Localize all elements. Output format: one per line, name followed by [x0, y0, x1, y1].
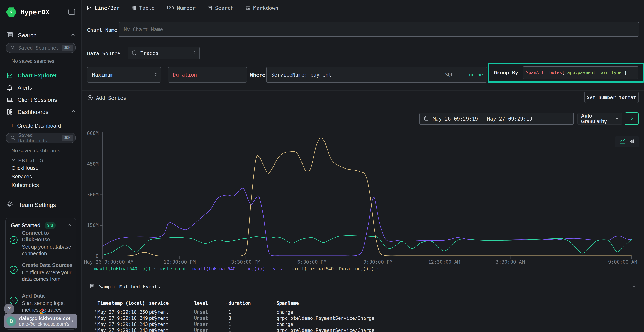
query-language-toggle[interactable]: SQL | Lucene: [445, 72, 483, 78]
chevron-right-icon: [70, 318, 75, 324]
sidebar-collapse-button[interactable]: [68, 8, 76, 17]
y-tick-label: 150M: [87, 222, 98, 228]
get-started-item[interactable]: Create Data SourcesConfigure where your …: [10, 262, 73, 282]
group-by-input[interactable]: SpanAttributes['app.payment.card_type']: [523, 66, 638, 79]
column-drag-handle[interactable]: ⋮: [144, 300, 149, 306]
get-started-item[interactable]: Connect to ClickHouseSet up your databas…: [10, 230, 73, 257]
sidebar-item-search[interactable]: Search: [6, 30, 76, 41]
x-tick-label: 9:00:00 AM: [608, 259, 637, 265]
sql-toggle[interactable]: SQL: [445, 72, 454, 78]
legend-label[interactable]: maxIf(toFloat64O..Duration))))): [291, 266, 374, 271]
tab-markdown[interactable]: Markdown: [245, 5, 278, 11]
legend-label[interactable]: visa: [273, 266, 284, 271]
column-header-level[interactable]: level: [194, 300, 208, 306]
saved-dashboards-input[interactable]: Saved Dashboards ⌘K: [6, 133, 76, 143]
legend-label[interactable]: maxIf(toFloat64O..))): [94, 266, 151, 271]
legend-label[interactable]: mastercard: [158, 266, 186, 271]
check-icon: [11, 238, 16, 242]
x-tick-label: 6:30:00 PM: [297, 259, 326, 265]
chevron-right-icon: [93, 309, 97, 313]
app-root: HyperDX Search Saved Searches ⌘K No save…: [0, 0, 644, 332]
table-row[interactable]: May 27 9:29:18.249 AMpaymentUnset3grpc.o…: [82, 315, 644, 321]
collapse-panel-chevron[interactable]: [631, 284, 637, 290]
select-chevrons-icon: [192, 50, 197, 56]
table-row[interactable]: May 27 9:29:18.243 AMpaymentUnset1charge: [82, 321, 644, 327]
column-header-timestamp-local-[interactable]: Timestamp (Local): [98, 300, 145, 306]
tab-number[interactable]: 123Number: [166, 5, 196, 11]
brand-title: HyperDX: [20, 8, 50, 16]
table-row[interactable]: May 27 9:29:18.243 AMpaymentUnset1grpc.o…: [82, 327, 644, 332]
preset-clickhouse[interactable]: ClickHouse: [12, 165, 39, 171]
run-query-button[interactable]: [625, 112, 639, 125]
preset-kubernetes[interactable]: Kubernetes: [12, 182, 39, 188]
saved-searches-placeholder: Saved Searches: [18, 45, 59, 50]
bolt-icon: [8, 10, 14, 15]
help-button[interactable]: ?: [4, 304, 14, 314]
column-header-duration[interactable]: duration: [228, 300, 251, 306]
column-drag-handle[interactable]: ⋮: [190, 300, 194, 306]
timeseries-chart[interactable]: 0150M300M450M600MMay 26 9:00:00 AM12:30:…: [82, 125, 644, 266]
database-icon: [132, 50, 137, 56]
search-section-label: Search: [18, 32, 37, 39]
chevron-down-icon: [11, 158, 16, 162]
search-icon: [10, 45, 16, 50]
check-circle-icon: [10, 266, 18, 274]
legend-separator: ·: [268, 266, 270, 271]
series-line: [102, 188, 632, 256]
collapse-panel-icon[interactable]: [68, 8, 76, 16]
presets-toggle[interactable]: PRESETS: [11, 157, 44, 164]
chart-name-label: Chart Name: [87, 27, 117, 33]
add-series-button[interactable]: Add Series: [87, 94, 126, 102]
table-row[interactable]: May 27 9:29:18.250 AMpaymentUnset1charge: [82, 309, 644, 315]
sidebar-item-dashboards[interactable]: Dashboards: [0, 106, 82, 117]
field-select[interactable]: Duration: [168, 67, 247, 83]
sidebar-item-client-sessions[interactable]: Client Sessions: [0, 94, 82, 105]
chevron-up-icon[interactable]: [70, 32, 76, 38]
avatar: D: [6, 316, 16, 326]
sidebar-item-chart-explorer[interactable]: Chart Explorer: [0, 70, 82, 81]
user-menu[interactable]: D dale@clickhouse.com dale@clickhouse.co…: [4, 314, 77, 328]
lucene-toggle[interactable]: Lucene: [466, 72, 483, 78]
y-tick-label: 450M: [87, 161, 98, 167]
column-drag-handle[interactable]: ⋮: [224, 300, 228, 306]
chevron-down-icon: [11, 158, 16, 163]
tab-search[interactable]: Search: [207, 5, 234, 11]
sidebar: HyperDX Search Saved Searches ⌘K No save…: [0, 0, 82, 332]
legend-label[interactable]: maxIf(toFloat64O..tion))))): [192, 266, 265, 271]
expand-row-icon[interactable]: [93, 321, 97, 326]
set-number-format-button[interactable]: Set number format: [584, 92, 639, 103]
sample-events-header[interactable]: Sample Matched Events: [90, 283, 160, 290]
expand-row-icon[interactable]: [93, 315, 97, 320]
main-content: Line/BarTable123NumberSearchMarkdown Cha…: [82, 0, 644, 332]
y-tick-label: 0: [96, 253, 98, 259]
data-source-label: Data Source: [87, 50, 120, 56]
group-by-label: Group By: [494, 70, 518, 76]
aggregation-select[interactable]: Maximum: [87, 67, 161, 83]
expand-row-icon[interactable]: [93, 309, 97, 314]
chevron-up-icon[interactable]: [70, 32, 76, 39]
tab-line-bar[interactable]: Line/Bar: [86, 5, 120, 11]
get-started-progress-badge: 3/3: [44, 222, 56, 229]
saved-searches-input[interactable]: Saved Searches ⌘K: [6, 42, 76, 53]
data-source-select[interactable]: Traces: [128, 47, 200, 60]
create-dashboard-button[interactable]: + Create Dashboard: [10, 121, 61, 130]
get-started-header[interactable]: Get Started 3/3: [11, 222, 72, 229]
table-options-icon[interactable]: ⋮: [634, 300, 638, 306]
chart-name-input[interactable]: [119, 26, 639, 32]
expand-row-icon[interactable]: [93, 327, 97, 332]
sidebar-item-team-settings[interactable]: Team Settings: [6, 200, 76, 210]
date-range-picker[interactable]: May 26 09:29:19 - May 27 09:29:19: [420, 113, 574, 125]
sidebar-item-alerts[interactable]: Alerts: [0, 82, 82, 93]
where-field[interactable]: ServiceName: payment SQL | Lucene: [266, 67, 487, 83]
chart-type-tabs: Line/BarTable123NumberSearchMarkdown: [82, 0, 644, 16]
bell-icon: [6, 84, 13, 91]
panel-list-icon: [6, 31, 13, 38]
markdown-icon: [245, 5, 250, 11]
column-header-service[interactable]: service: [149, 300, 169, 306]
tab-table[interactable]: Table: [131, 5, 155, 11]
granularity-select[interactable]: Auto Granularity: [578, 113, 622, 125]
preset-services[interactable]: Services: [12, 174, 32, 180]
chevron-up-icon[interactable]: [631, 284, 637, 290]
column-drag-handle[interactable]: ⋮: [272, 300, 276, 306]
column-header-spanname[interactable]: SpanName: [276, 300, 299, 306]
